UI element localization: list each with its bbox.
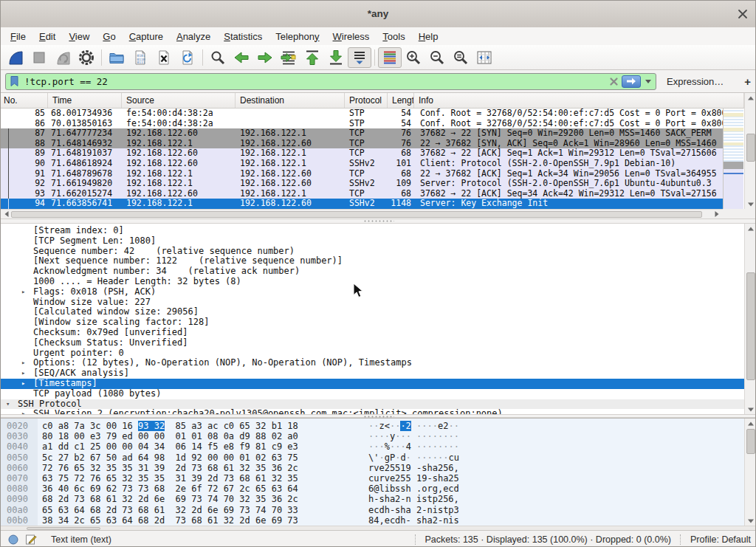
collapse-arrow-icon[interactable]: ▾ — [6, 399, 10, 410]
detail-row[interactable]: TCP payload (1080 bytes) — [1, 389, 744, 399]
detail-row[interactable]: Sequence number: 42 (relative sequence n… — [1, 247, 744, 257]
find-packet-button[interactable] — [206, 47, 230, 68]
scroll-down-icon[interactable] — [745, 199, 756, 209]
packet-row-93[interactable]: 9371.662015274192.168.122.60192.168.122.… — [1, 189, 723, 199]
hex-ascii[interactable]: \'·gP·d· ······cu — [368, 453, 459, 463]
detail-row[interactable]: Acknowledgment number: 34 (relative ack … — [1, 266, 744, 277]
scroll-down-icon[interactable] — [745, 405, 756, 414]
column-header-info[interactable]: Info — [414, 93, 744, 108]
scroll-up-icon[interactable] — [745, 419, 756, 428]
restart-capture-button[interactable] — [51, 47, 75, 68]
expand-arrow-icon[interactable]: ▸ — [21, 358, 25, 368]
hex-ascii[interactable]: 84,ecdh- sha2-nis — [368, 515, 459, 526]
detail-row[interactable]: [TCP Segment Len: 1080] — [1, 236, 744, 247]
hex-bytes[interactable]: 68 2d 73 68 61 32 2d 6e 69 73 74 70 32 3… — [42, 494, 298, 504]
hex-row-0030[interactable]: 003080 18 00 e3 79 ed 00 00 01 01 08 0a … — [1, 431, 744, 441]
menu-file[interactable]: File — [4, 29, 32, 44]
scrollbar-thumb[interactable] — [746, 429, 755, 454]
packet-row-87[interactable]: 8771.647777234192.168.122.60192.168.122.… — [1, 128, 723, 139]
apply-filter-button[interactable] — [622, 75, 641, 88]
auto-scroll-button[interactable] — [348, 47, 371, 68]
column-header-time[interactable]: Time — [48, 93, 122, 108]
colorize-packets-button[interactable] — [378, 47, 402, 68]
hex-row-00b0[interactable]: 00b038 34 2c 65 63 64 68 2d 73 68 61 32 … — [1, 515, 744, 526]
go-to-packet-button[interactable] — [277, 47, 300, 68]
scroll-up-icon[interactable] — [745, 224, 756, 233]
scroll-up-icon[interactable] — [745, 93, 756, 103]
display-filter-input[interactable]: !tcp.port == 22 — [5, 73, 656, 90]
detail-row[interactable]: ▸[Timestamps] — [1, 379, 744, 389]
pane-splitter-upper[interactable] — [1, 219, 756, 224]
status-profile[interactable]: Profile: Default — [690, 534, 751, 545]
hex-bytes[interactable]: 72 76 65 32 35 35 31 39 2d 73 68 61 32 3… — [42, 463, 298, 473]
scroll-down-icon[interactable] — [745, 516, 756, 526]
packet-row-90[interactable]: 9071.648618924192.168.122.60192.168.122.… — [1, 159, 723, 169]
save-file-button[interactable]: 010101100111 — [128, 47, 152, 68]
hex-row-0020[interactable]: 0020c0 a8 7a 3c 00 16 93 32 85 a3 ac c0 … — [1, 421, 744, 431]
detail-row[interactable]: ▸Options: (12 bytes), No-Operation (NOP)… — [1, 358, 744, 368]
hex-ascii[interactable]: curve255 19-sha25 — [368, 473, 459, 484]
close-file-button[interactable] — [152, 47, 176, 68]
packet-row-92[interactable]: 9271.661949820192.168.122.1192.168.122.6… — [1, 179, 723, 189]
packet-list-vscrollbar[interactable] — [744, 93, 756, 209]
expand-arrow-icon[interactable]: ▸ — [21, 379, 25, 389]
zoom-out-button[interactable] — [425, 47, 449, 68]
capture-options-button[interactable] — [75, 47, 98, 68]
detail-row[interactable]: [Window size scaling factor: 128] — [1, 317, 744, 328]
clear-filter-icon[interactable] — [609, 77, 619, 86]
detail-row[interactable]: ▸[SEQ/ACK analysis] — [1, 368, 744, 379]
hex-row-0070[interactable]: 007063 75 72 76 65 32 35 35 31 39 2d 73 … — [1, 473, 744, 484]
column-header-protocol[interactable]: Protocol — [345, 93, 388, 108]
expand-arrow-icon[interactable]: ▸ — [21, 368, 25, 379]
hex-bytes[interactable]: 65 63 64 68 2d 73 68 61 32 2d 6e 69 73 7… — [42, 505, 298, 515]
hex-bytes[interactable]: 63 75 72 76 65 32 35 35 31 39 2d 73 68 6… — [42, 473, 298, 484]
detail-row[interactable]: 1000 .... = Header Length: 32 bytes (8) — [1, 277, 744, 287]
packet-row-89[interactable]: 8971.648191037192.168.122.60192.168.122.… — [1, 148, 723, 159]
hex-row-0080[interactable]: 008036 40 6c 69 62 73 73 68 2e 6f 72 67 … — [1, 484, 744, 494]
hex-ascii[interactable]: 6@libssh .org,ecd — [368, 484, 459, 494]
filter-dropdown-caret-icon[interactable] — [645, 80, 651, 86]
detail-row[interactable]: Checksum: 0x79ed [unverified] — [1, 328, 744, 338]
hex-ascii[interactable]: ····y··· ········ — [368, 431, 459, 441]
menu-telephony[interactable]: Telephony — [269, 29, 326, 44]
hex-bytes[interactable]: c0 a8 7a 3c 00 16 93 32 85 a3 ac c0 65 3… — [42, 421, 298, 431]
hex-row-0060[interactable]: 006072 76 65 32 35 35 31 39 2d 73 68 61 … — [1, 463, 744, 473]
close-icon[interactable] — [738, 9, 748, 19]
detail-row[interactable]: ▸SSH Version 2 (encryption:chacha20-poly… — [1, 409, 744, 414]
menu-help[interactable]: Help — [412, 29, 445, 44]
go-back-button[interactable] — [230, 47, 253, 68]
capture-comment-icon[interactable] — [25, 534, 37, 545]
hex-ascii[interactable]: ··z<···2 ····e2·· — [368, 421, 459, 431]
scroll-right-icon[interactable] — [711, 210, 723, 219]
menu-edit[interactable]: Edit — [32, 29, 62, 44]
detail-row[interactable]: ▸Flags: 0x018 (PSH, ACK) — [1, 287, 744, 297]
packet-list-minimap[interactable] — [723, 109, 743, 209]
packet-row-94[interactable]: 9471.663856741192.168.122.1192.168.122.6… — [1, 199, 723, 209]
menu-tools[interactable]: Tools — [376, 29, 411, 44]
resize-columns-button[interactable] — [472, 47, 496, 68]
hex-bytes[interactable]: 38 34 2c 65 63 64 68 2d 73 68 61 32 2d 6… — [42, 515, 298, 526]
hex-row-0040[interactable]: 0040a1 dd c1 25 00 00 04 34 06 14 f5 e8 … — [1, 441, 744, 452]
menu-capture[interactable]: Capture — [123, 29, 170, 44]
hex-ascii[interactable]: h-sha2-n istp256, — [368, 494, 459, 504]
zoom-original-button[interactable] — [449, 47, 472, 68]
stop-capture-button[interactable] — [27, 47, 51, 68]
reload-file-button[interactable] — [176, 47, 199, 68]
expression-button[interactable]: Expression… — [667, 76, 724, 87]
expand-arrow-icon[interactable]: ▸ — [21, 409, 25, 414]
menu-go[interactable]: Go — [96, 29, 122, 44]
go-first-packet-button[interactable] — [300, 47, 324, 68]
open-file-button[interactable] — [105, 47, 128, 68]
detail-row[interactable]: ▾SSH Protocol — [1, 399, 744, 410]
column-header-no[interactable]: No. — [1, 93, 48, 108]
bookmark-icon[interactable] — [9, 75, 20, 87]
hex-bytes[interactable]: 5c 27 b2 67 50 ad 64 98 1d 92 00 00 01 0… — [42, 453, 298, 463]
scrollbar-thumb[interactable] — [746, 272, 755, 380]
detail-row[interactable]: [Stream index: 0] — [1, 226, 744, 236]
menu-statistics[interactable]: Statistics — [217, 29, 269, 44]
details-vscrollbar[interactable] — [744, 224, 756, 414]
go-forward-button[interactable] — [253, 47, 277, 68]
packet-row-88[interactable]: 8871.648146932192.168.122.1192.168.122.6… — [1, 139, 723, 149]
detail-row[interactable]: Urgent pointer: 0 — [1, 348, 744, 359]
expert-info-icon[interactable] — [8, 534, 18, 545]
